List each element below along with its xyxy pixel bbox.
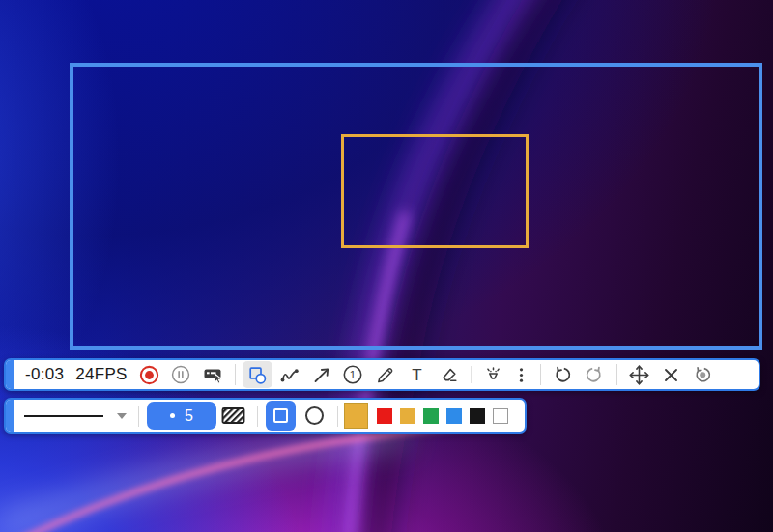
separator — [540, 364, 541, 385]
record-button[interactable] — [134, 361, 164, 388]
pause-icon — [170, 364, 191, 385]
separator — [471, 366, 472, 383]
style-toolbar: 5 — [4, 398, 527, 434]
color-swatch-black[interactable] — [470, 408, 485, 424]
eraser-icon — [439, 365, 459, 385]
current-color-swatch[interactable] — [344, 403, 368, 429]
stroke-size-value: 5 — [185, 407, 193, 425]
fill-pattern-button[interactable] — [216, 402, 251, 431]
rectangle-shape-icon — [273, 408, 288, 423]
style-toolbar-drag-handle[interactable] — [6, 400, 14, 432]
pencil-icon — [375, 365, 395, 385]
redo-icon — [584, 364, 605, 385]
reset-region-button[interactable] — [688, 361, 718, 388]
eraser-tool-button[interactable] — [434, 361, 464, 388]
polyline-tool-button[interactable] — [274, 361, 304, 388]
stroke-size-chip[interactable]: 5 — [147, 402, 216, 430]
text-tool-glyph: T — [412, 366, 421, 384]
close-icon — [661, 365, 681, 385]
number-step-icon: 1 — [342, 364, 363, 385]
line-style-select[interactable] — [24, 413, 127, 419]
hatch-fill-icon — [221, 406, 246, 426]
toolbar-drag-handle[interactable] — [6, 360, 14, 389]
number-step-label: 1 — [350, 369, 356, 380]
recording-timer: -0:03 — [25, 365, 64, 384]
move-icon — [628, 364, 650, 386]
separator — [138, 406, 139, 427]
record-icon — [138, 364, 160, 386]
rectangle-shape-button[interactable] — [266, 401, 296, 431]
annotation-rectangle[interactable] — [341, 134, 529, 248]
undo-button[interactable] — [548, 361, 578, 388]
number-step-tool-button[interactable]: 1 — [338, 361, 368, 388]
ellipse-shape-icon — [305, 406, 324, 425]
shapes-icon — [247, 365, 268, 385]
recording-fps: 24FPS — [75, 365, 127, 384]
panel-cursor-icon — [202, 364, 224, 386]
text-icon: T — [407, 365, 427, 385]
arrow-tool-button[interactable] — [306, 361, 336, 388]
separator — [235, 364, 236, 385]
stroke-size-dot — [170, 413, 175, 418]
arrow-icon — [311, 365, 331, 385]
color-swatch-yellow[interactable] — [400, 408, 415, 424]
undo-icon — [552, 364, 573, 385]
separator — [616, 364, 617, 385]
close-button[interactable] — [656, 361, 686, 388]
text-tool-button[interactable]: T — [402, 361, 432, 388]
polyline-icon — [279, 365, 300, 385]
more-options-button[interactable] — [510, 361, 533, 388]
separator — [257, 406, 258, 427]
pause-button[interactable] — [166, 361, 196, 388]
shapes-tool-button[interactable] — [243, 361, 272, 388]
line-style-sample — [24, 415, 103, 417]
ellipse-shape-button[interactable] — [300, 401, 329, 431]
separator — [337, 406, 338, 427]
chevron-down-icon — [117, 413, 127, 419]
kebab-menu-icon — [511, 365, 531, 385]
color-swatch-white[interactable] — [493, 408, 508, 424]
desktop-wallpaper: -0:03 24FPS — [0, 0, 773, 532]
move-toolbar-button[interactable] — [624, 361, 654, 388]
pencil-tool-button[interactable] — [370, 361, 400, 388]
recorder-toolbar: -0:03 24FPS — [4, 358, 760, 391]
toolbar-visibility-button[interactable] — [198, 361, 228, 388]
spotlight-tool-button[interactable] — [478, 361, 508, 388]
color-swatch-green[interactable] — [423, 408, 439, 424]
color-swatch-red[interactable] — [377, 408, 392, 424]
color-swatch-blue[interactable] — [446, 408, 462, 424]
redo-button[interactable] — [580, 361, 610, 388]
reset-region-icon — [692, 364, 713, 385]
spotlight-icon — [483, 365, 503, 385]
